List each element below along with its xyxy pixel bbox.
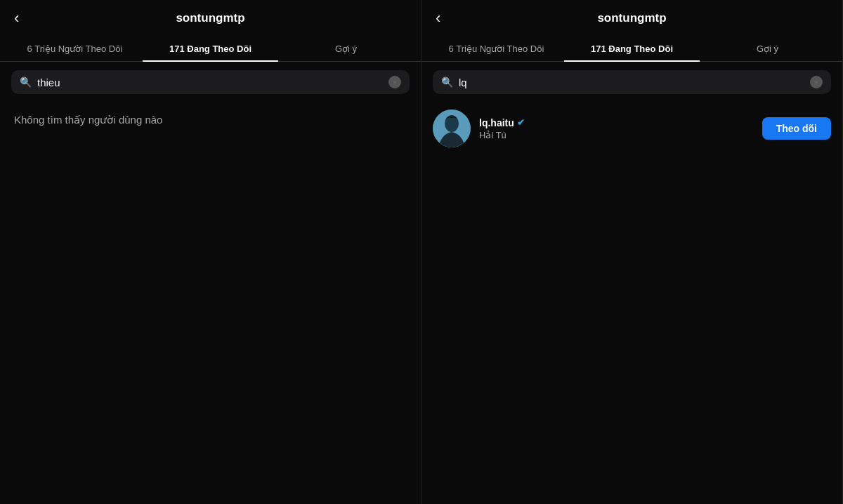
right-title: sontungmtp — [597, 11, 666, 25]
right-search-icon: 🔍 — [441, 77, 453, 88]
left-search-bar: 🔍 × — [11, 70, 410, 94]
left-header: ‹ sontungmtp — [0, 0, 421, 37]
user-info: lq.haitu ✔ Hải Tú — [479, 117, 754, 140]
left-tab-suggest[interactable]: Gợi ý — [278, 37, 414, 61]
right-panel: ‹ sontungmtp 6 Triệu Người Theo Dõi 171 … — [422, 0, 843, 504]
left-search-input[interactable] — [37, 77, 383, 88]
user-handle: lq.haitu ✔ — [479, 117, 754, 128]
right-tabs: 6 Triệu Người Theo Dõi 171 Đang Theo Dõi… — [422, 37, 842, 62]
left-title: sontungmtp — [176, 11, 244, 25]
left-search-container: 🔍 × — [0, 62, 421, 102]
right-search-clear[interactable]: × — [810, 76, 823, 88]
right-search-container: 🔍 × — [422, 62, 842, 102]
user-name: Hải Tú — [479, 130, 754, 140]
follow-button[interactable]: Theo dõi — [762, 117, 831, 140]
left-tabs: 6 Triệu Người Theo Dõi 171 Đang Theo Dõi… — [0, 37, 421, 62]
right-back-button[interactable]: ‹ — [436, 9, 440, 27]
left-back-button[interactable]: ‹ — [14, 9, 19, 27]
right-search-bar: 🔍 × — [433, 70, 831, 94]
left-no-result: Không tìm thấy người dùng nào — [0, 102, 421, 138]
right-tab-followers[interactable]: 6 Triệu Người Theo Dõi — [429, 37, 564, 61]
right-tab-suggest[interactable]: Gợi ý — [700, 37, 835, 61]
right-search-input[interactable] — [459, 77, 804, 88]
left-panel: ‹ sontungmtp 6 Triệu Người Theo Dõi 171 … — [0, 0, 422, 504]
right-header: ‹ sontungmtp — [422, 0, 842, 37]
user-result-row: lq.haitu ✔ Hải Tú Theo dõi — [422, 102, 842, 154]
right-tab-following[interactable]: 171 Đang Theo Dõi — [564, 37, 700, 61]
left-search-clear[interactable]: × — [388, 76, 401, 88]
user-avatar[interactable] — [433, 110, 471, 147]
left-search-icon: 🔍 — [20, 77, 32, 88]
left-tab-following[interactable]: 171 Đang Theo Dõi — [143, 37, 278, 61]
left-tab-followers[interactable]: 6 Triệu Người Theo Dõi — [7, 37, 143, 61]
verified-icon: ✔ — [517, 117, 525, 128]
